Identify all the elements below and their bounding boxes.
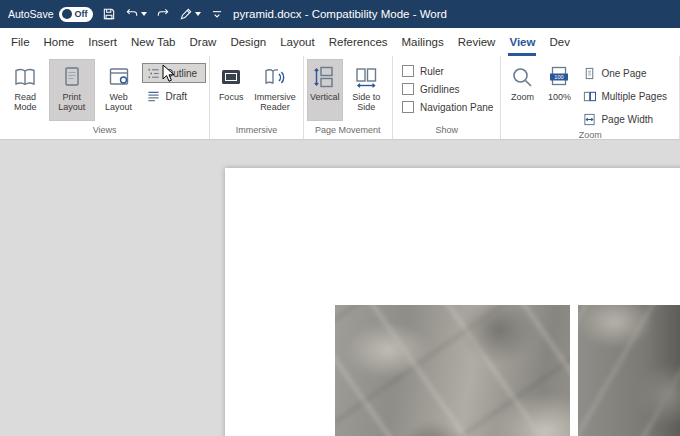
read-mode-label: Read Mode: [7, 92, 44, 113]
aerial-photo-left[interactable]: [335, 305, 570, 436]
aerial-photo-right-image: [578, 305, 680, 436]
focus-icon: [218, 64, 244, 90]
customize-quick-access-button[interactable]: [210, 7, 224, 21]
ribbon-tab-bar: File Home Insert New Tab Draw Design Lay…: [0, 28, 680, 56]
vertical-icon: [312, 64, 338, 90]
draft-label: Draft: [165, 91, 187, 102]
quick-access-toolbar: AutoSave Off: [8, 7, 224, 22]
document-area[interactable]: [0, 140, 680, 436]
ribbon-group-views: Read Mode Print Layout: [0, 56, 210, 139]
redo-button[interactable]: [156, 7, 170, 21]
immersive-group-label: Immersive: [213, 124, 300, 139]
autosave-switch[interactable]: Off: [59, 7, 93, 22]
web-layout-button[interactable]: Web Layout: [96, 59, 142, 121]
outline-label: Outline: [165, 68, 197, 79]
focus-button[interactable]: Focus: [213, 59, 249, 121]
multiple-pages-label: Multiple Pages: [601, 91, 667, 102]
zoom-100-icon: 100: [546, 64, 572, 90]
tab-draw[interactable]: Draw: [183, 28, 224, 56]
multiple-pages-button[interactable]: Multiple Pages: [578, 86, 676, 106]
zoom-magnifier-icon: [509, 64, 535, 90]
zoom-100-label: 100%: [548, 92, 571, 102]
side-to-side-button[interactable]: Side to Side: [344, 59, 389, 121]
tab-home[interactable]: Home: [37, 28, 82, 56]
side-to-side-icon: [353, 64, 379, 90]
redo-icon: [156, 7, 170, 21]
ribbon-group-immersive: Focus Immersive Reader Immersive: [210, 56, 304, 139]
title-bar: pyramid.docx - Compatibility Mode - Word…: [0, 0, 680, 28]
undo-button[interactable]: [125, 7, 147, 21]
ink-pen-button[interactable]: [179, 7, 201, 21]
outline-button[interactable]: Outline: [142, 63, 206, 83]
web-layout-icon: [106, 64, 132, 90]
zoom-100-button[interactable]: 100 100%: [541, 59, 577, 121]
web-layout-label: Web Layout: [100, 92, 138, 113]
page-movement-group-label: Page Movement: [307, 124, 389, 139]
one-page-label: One Page: [601, 68, 646, 79]
zoom-label: Zoom: [511, 92, 534, 102]
tab-new-tab[interactable]: New Tab: [124, 28, 183, 56]
tab-developer[interactable]: Dev: [542, 28, 576, 56]
print-layout-label: Print Layout: [53, 92, 91, 113]
undo-icon: [125, 7, 139, 21]
tab-design[interactable]: Design: [223, 28, 273, 56]
document-page[interactable]: [225, 168, 680, 436]
read-mode-button[interactable]: Read Mode: [3, 59, 48, 121]
navigation-pane-checkbox-row[interactable]: Navigation Pane: [402, 101, 493, 113]
ruler-checkbox-row[interactable]: Ruler: [402, 65, 493, 77]
draft-button[interactable]: Draft: [142, 86, 206, 106]
print-layout-button[interactable]: Print Layout: [49, 59, 95, 121]
tab-view[interactable]: View: [502, 28, 542, 56]
multiple-pages-icon: [582, 89, 596, 103]
read-mode-icon: [12, 64, 38, 90]
draft-icon: [146, 89, 160, 103]
show-group-label: Show: [396, 124, 497, 139]
aerial-photo-left-image: [335, 305, 570, 436]
undo-dropdown-icon[interactable]: [141, 12, 147, 16]
immersive-reader-label: Immersive Reader: [254, 92, 296, 113]
toggle-knob-icon: [62, 9, 72, 19]
page-width-button[interactable]: Page Width: [578, 109, 676, 129]
autosave-state: Off: [75, 10, 88, 19]
ink-pen-dropdown-icon[interactable]: [195, 12, 201, 16]
gridlines-label: Gridlines: [420, 84, 459, 95]
customize-quick-access-icon: [210, 7, 224, 21]
gridlines-checkbox-row[interactable]: Gridlines: [402, 83, 493, 95]
aerial-photo-right[interactable]: [578, 305, 680, 436]
navigation-pane-checkbox[interactable]: [402, 101, 414, 113]
autosave-label: AutoSave: [8, 8, 54, 20]
print-layout-icon: [59, 64, 85, 90]
ribbon-group-page-movement: Vertical Side to Side Page Movement: [304, 56, 393, 139]
side-to-side-label: Side to Side: [348, 92, 385, 113]
immersive-reader-button[interactable]: Immersive Reader: [250, 59, 300, 121]
views-group-label: Views: [3, 124, 206, 139]
outline-icon: [146, 66, 160, 80]
zoom-button[interactable]: Zoom: [504, 59, 540, 121]
zoom-group-label: Zoom: [504, 129, 676, 144]
immersive-reader-icon: [262, 64, 288, 90]
tab-references[interactable]: References: [322, 28, 395, 56]
page-width-label: Page Width: [601, 114, 653, 125]
navigation-pane-label: Navigation Pane: [420, 102, 493, 113]
ribbon-group-show: Ruler Gridlines Navigation Pane Show: [393, 56, 501, 139]
save-button[interactable]: [102, 7, 116, 21]
focus-label: Focus: [219, 92, 244, 102]
vertical-label: Vertical: [310, 92, 340, 102]
save-icon: [102, 7, 116, 21]
svg-text:100: 100: [555, 74, 564, 80]
ruler-checkbox[interactable]: [402, 65, 414, 77]
page-width-icon: [582, 112, 596, 126]
tab-layout[interactable]: Layout: [273, 28, 322, 56]
gridlines-checkbox[interactable]: [402, 83, 414, 95]
vertical-button[interactable]: Vertical: [307, 59, 343, 121]
one-page-button[interactable]: One Page: [578, 63, 676, 83]
autosave-toggle[interactable]: AutoSave Off: [8, 7, 93, 22]
tab-review[interactable]: Review: [451, 28, 503, 56]
ruler-label: Ruler: [420, 66, 444, 77]
one-page-icon: [582, 66, 596, 80]
tab-insert[interactable]: Insert: [81, 28, 124, 56]
tab-file[interactable]: File: [4, 28, 37, 56]
ink-pen-icon: [179, 7, 193, 21]
ribbon-group-zoom: Zoom 100 100%: [501, 56, 680, 139]
tab-mailings[interactable]: Mailings: [395, 28, 451, 56]
